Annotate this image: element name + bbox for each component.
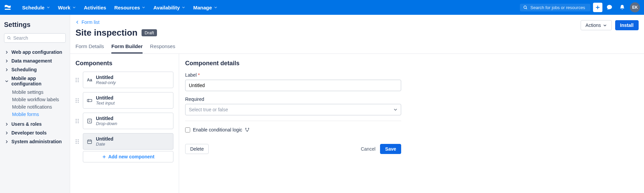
svg-point-14 bbox=[78, 98, 79, 99]
nav-item-availability[interactable]: Availability bbox=[150, 3, 189, 12]
sidebar-group-web-app-configuration[interactable]: Web app configuration bbox=[4, 48, 66, 56]
create-button[interactable] bbox=[593, 3, 602, 12]
svg-rect-19 bbox=[87, 99, 92, 102]
chevron-down-icon bbox=[5, 79, 9, 83]
component-row: Aa Untitled Read-only bbox=[75, 72, 173, 88]
component-title: Untitled bbox=[96, 116, 117, 121]
tab-responses[interactable]: Responses bbox=[150, 43, 175, 53]
tab-form-builder[interactable]: Form Builder bbox=[111, 43, 143, 53]
divider bbox=[185, 121, 401, 121]
svg-line-6 bbox=[10, 39, 11, 40]
component-card-drop-down[interactable]: Untitled Drop-down bbox=[83, 113, 173, 129]
component-subtitle: Date bbox=[96, 142, 113, 147]
svg-point-29 bbox=[78, 139, 79, 140]
chat-icon-button[interactable] bbox=[604, 2, 615, 13]
plus-icon bbox=[102, 155, 106, 159]
install-button[interactable]: Install bbox=[615, 20, 639, 30]
breadcrumb-back[interactable]: Form list bbox=[75, 20, 157, 25]
user-avatar[interactable]: EK bbox=[630, 2, 640, 12]
sidebar-group-users-roles[interactable]: Users & roles bbox=[4, 120, 66, 128]
svg-point-12 bbox=[78, 81, 79, 82]
sidebar-group-system-administration[interactable]: System administration bbox=[4, 138, 66, 146]
drag-handle-icon[interactable] bbox=[75, 98, 79, 103]
svg-point-26 bbox=[78, 122, 79, 123]
drag-handle-icon[interactable] bbox=[75, 78, 79, 82]
svg-point-41 bbox=[248, 128, 249, 129]
conditional-checkbox-input[interactable] bbox=[185, 127, 190, 132]
chevron-down-icon bbox=[47, 6, 50, 9]
svg-point-24 bbox=[78, 120, 79, 121]
chevron-down-icon bbox=[393, 108, 397, 112]
breadcrumb-label: Form list bbox=[82, 20, 100, 25]
notifications-icon-button[interactable] bbox=[616, 2, 628, 13]
nav-item-work[interactable]: Work bbox=[55, 3, 79, 12]
plus-icon bbox=[595, 5, 600, 10]
required-select[interactable]: Select true or false bbox=[185, 104, 401, 115]
sidebar-item-mobile-notifications[interactable]: Mobile notifications bbox=[12, 103, 66, 111]
svg-point-25 bbox=[76, 122, 77, 123]
nav-item-schedule[interactable]: Schedule bbox=[19, 3, 53, 12]
sidebar-search-input[interactable] bbox=[13, 35, 63, 41]
content-header: Form list Site inspection Draft Actions … bbox=[70, 15, 644, 54]
sidebar-title: Settings bbox=[4, 21, 66, 29]
svg-line-2 bbox=[526, 8, 527, 9]
sidebar-group-data-management[interactable]: Data management bbox=[4, 57, 66, 65]
component-subtitle: Drop-down bbox=[96, 121, 117, 126]
svg-point-1 bbox=[524, 6, 527, 8]
svg-point-9 bbox=[76, 79, 77, 80]
global-search-input[interactable] bbox=[530, 5, 587, 10]
text-icon: Aa bbox=[87, 78, 93, 82]
sidebar-item-mobile-forms[interactable]: Mobile forms bbox=[12, 111, 66, 118]
cancel-button[interactable]: Cancel bbox=[361, 146, 376, 152]
svg-point-33 bbox=[78, 143, 79, 144]
sidebar-item-mobile-settings[interactable]: Mobile settings bbox=[12, 88, 66, 96]
svg-rect-34 bbox=[88, 140, 92, 144]
component-card-date[interactable]: Untitled Date bbox=[83, 133, 173, 150]
component-card-read-only[interactable]: Aa Untitled Read-only bbox=[83, 72, 173, 88]
svg-point-15 bbox=[76, 100, 77, 101]
svg-point-21 bbox=[76, 119, 77, 120]
conditional-logic-checkbox[interactable]: Enable conditional logic bbox=[185, 127, 401, 132]
conditional-label: Enable conditional logic bbox=[193, 127, 242, 132]
drag-handle-icon[interactable] bbox=[75, 119, 79, 123]
component-title: Untitled bbox=[96, 95, 115, 101]
search-icon bbox=[7, 36, 11, 40]
sidebar-search[interactable] bbox=[4, 33, 66, 43]
global-search[interactable] bbox=[520, 4, 590, 11]
component-row: Untitled Date bbox=[75, 133, 173, 150]
dropdown-icon bbox=[87, 118, 93, 124]
svg-point-30 bbox=[76, 141, 77, 142]
nav-item-resources[interactable]: Resources bbox=[111, 3, 149, 12]
chevron-down-icon bbox=[214, 6, 217, 9]
chevron-right-icon bbox=[5, 50, 9, 54]
add-component-button[interactable]: Add new component bbox=[83, 151, 173, 162]
sidebar-group-scheduling[interactable]: Scheduling bbox=[4, 66, 66, 74]
component-subtitle: Read-only bbox=[96, 80, 116, 85]
sidebar-item-mobile-workflow-labels[interactable]: Mobile workflow labels bbox=[12, 96, 66, 103]
settings-sidebar: Settings Web app configurationData manag… bbox=[0, 15, 70, 193]
delete-button[interactable]: Delete bbox=[185, 144, 209, 154]
component-card-text-input[interactable]: Untitled Text input bbox=[83, 92, 173, 109]
svg-rect-0 bbox=[5, 9, 11, 10]
sidebar-group-mobile-app-configuration[interactable]: Mobile app configuration bbox=[4, 74, 66, 88]
drag-handle-icon[interactable] bbox=[75, 139, 79, 144]
svg-point-28 bbox=[76, 139, 77, 140]
svg-point-40 bbox=[246, 128, 246, 129]
status-badge: Draft bbox=[142, 29, 157, 36]
svg-point-23 bbox=[76, 120, 77, 121]
actions-dropdown[interactable]: Actions bbox=[581, 20, 612, 30]
tab-form-details[interactable]: Form Details bbox=[75, 43, 104, 53]
app-logo[interactable] bbox=[4, 3, 12, 11]
chevron-down-icon bbox=[142, 6, 145, 9]
sidebar-group-developer-tools[interactable]: Developer tools bbox=[4, 129, 66, 137]
nav-item-activities[interactable]: Activities bbox=[80, 3, 110, 12]
svg-point-10 bbox=[78, 79, 79, 80]
label-input[interactable] bbox=[185, 80, 401, 91]
nav-item-manage[interactable]: Manage bbox=[190, 3, 221, 12]
components-heading: Components bbox=[75, 60, 173, 67]
component-subtitle: Text input bbox=[96, 101, 115, 106]
svg-point-13 bbox=[76, 98, 77, 99]
save-button[interactable]: Save bbox=[380, 144, 401, 154]
svg-point-16 bbox=[78, 100, 79, 101]
search-icon bbox=[523, 5, 528, 10]
